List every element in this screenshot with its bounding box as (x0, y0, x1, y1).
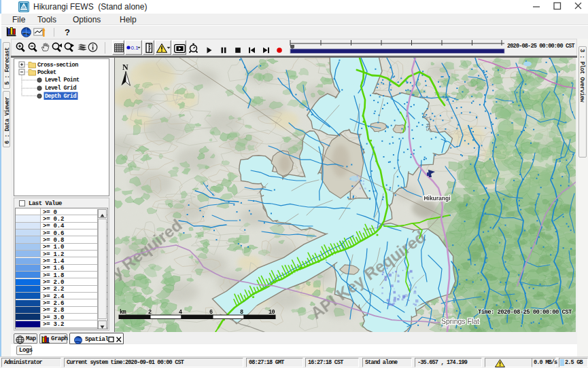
svg-text:0.1: 0.1 (131, 45, 139, 51)
svg-text:N: N (122, 62, 128, 72)
svg-text:SH 1: SH 1 (425, 115, 432, 131)
svg-text:Time: 2020-08-25 00:00:00 CST: Time: 2020-08-25 00:00:00 CST (478, 309, 572, 316)
svg-text:Hikurangi: Hikurangi (423, 195, 450, 202)
svg-text:Springs Flat: Springs Flat (441, 317, 479, 325)
